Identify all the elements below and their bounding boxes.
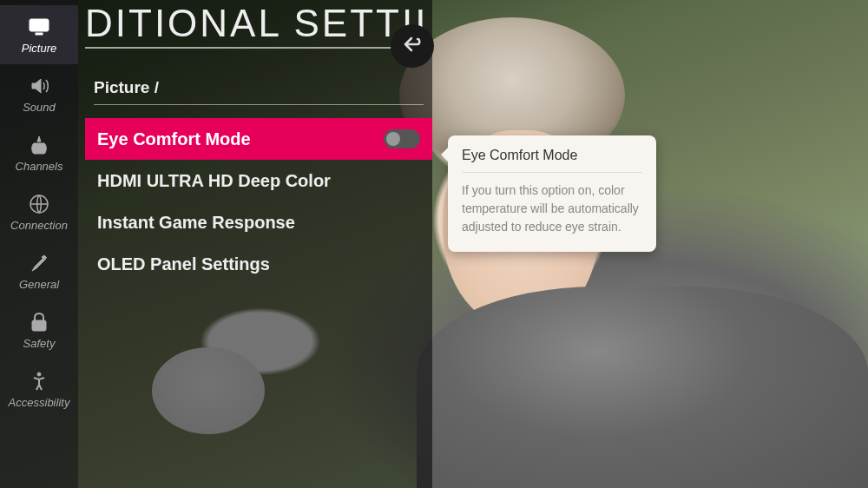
help-tooltip: Eye Comfort Mode If you turn this option…: [448, 135, 656, 252]
tooltip-title: Eye Comfort Mode: [462, 148, 642, 163]
sidebar-item-label: Sound: [23, 101, 56, 114]
breadcrumb: Picture /: [94, 78, 424, 105]
background-photo-body: [417, 287, 868, 488]
settings-sidebar: Picture Sound Channels Connection Genera…: [0, 0, 78, 488]
sidebar-item-label: Connection: [10, 219, 68, 232]
accessibility-icon: [28, 370, 50, 392]
settings-header: DITIONAL SETTII: [85, 0, 434, 49]
setting-oled-panel[interactable]: OLED Panel Settings: [85, 243, 432, 285]
sidebar-item-label: Safety: [23, 337, 56, 350]
tooltip-divider: [462, 172, 642, 173]
sidebar-item-label: General: [19, 278, 59, 291]
back-icon: [401, 35, 424, 57]
sidebar-item-picture[interactable]: Picture: [0, 5, 78, 64]
setting-label: Instant Game Response: [97, 213, 295, 233]
sidebar-item-label: Accessibility: [9, 396, 70, 409]
sound-icon: [28, 75, 50, 97]
back-button[interactable]: [391, 24, 434, 68]
sidebar-item-connection[interactable]: Connection: [0, 182, 78, 241]
svg-rect-1: [36, 33, 43, 35]
svg-rect-0: [30, 19, 49, 31]
sidebar-item-label: Picture: [22, 42, 56, 55]
sidebar-item-sound[interactable]: Sound: [0, 64, 78, 123]
lock-icon: [28, 311, 50, 333]
sidebar-item-label: Channels: [16, 160, 63, 173]
svg-point-4: [37, 373, 41, 376]
setting-eye-comfort-mode[interactable]: Eye Comfort Mode: [85, 118, 432, 160]
settings-list: Eye Comfort Mode HDMI ULTRA HD Deep Colo…: [85, 118, 432, 285]
svg-rect-3: [32, 320, 46, 331]
sidebar-item-general[interactable]: General: [0, 241, 78, 300]
setting-label: OLED Panel Settings: [97, 254, 270, 274]
setting-label: HDMI ULTRA HD Deep Color: [97, 171, 331, 191]
picture-icon: [28, 16, 50, 38]
sidebar-item-channels[interactable]: Channels: [0, 123, 78, 182]
sidebar-item-safety[interactable]: Safety: [0, 300, 78, 359]
setting-label: Eye Comfort Mode: [97, 129, 251, 149]
connection-icon: [28, 193, 50, 215]
setting-hdmi-deep-color[interactable]: HDMI ULTRA HD Deep Color: [85, 160, 432, 201]
wrench-icon: [28, 252, 50, 274]
toggle-switch[interactable]: [384, 129, 420, 148]
setting-instant-game-response[interactable]: Instant Game Response: [85, 201, 432, 243]
page-title: DITIONAL SETTII: [85, 0, 434, 49]
sidebar-item-accessibility[interactable]: Accessibility: [0, 359, 78, 419]
channels-icon: [28, 134, 50, 156]
tooltip-body: If you turn this option on, color temper…: [462, 181, 642, 236]
